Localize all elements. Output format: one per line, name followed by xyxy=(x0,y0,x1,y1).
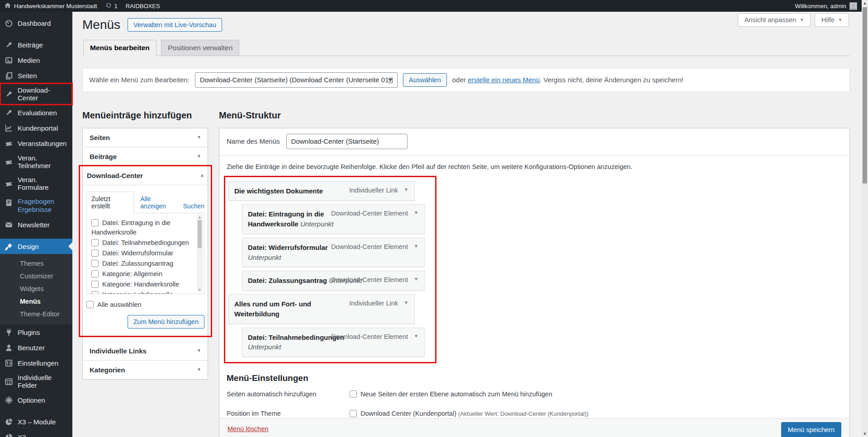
position-kundenportal-row[interactable]: Download Center (Kundenportal) (Aktuelle… xyxy=(350,409,588,418)
sidebar-item-veranstaltungen[interactable]: Veranstaltungen xyxy=(0,136,72,151)
list-item[interactable]: Datei: Teilnahmebedingungen xyxy=(91,238,194,248)
list-scrollbar[interactable]: ▲ ▼ xyxy=(197,215,203,292)
menu-select-label: Wähle ein Menü zum Bearbeiten: xyxy=(89,76,190,84)
item-options-toggle[interactable]: ▼ xyxy=(414,334,418,338)
scrollbar-thumb[interactable] xyxy=(198,220,202,248)
sidebar-item-fragebogen-ergebnisse[interactable]: Fragebogen Ergebnisse xyxy=(0,194,72,217)
page-scrollbar[interactable]: ▲ ▼ xyxy=(862,0,868,437)
menu-item-eintragung-handwerksrolle[interactable]: Datei: Eintragung in die Handwerksrolle … xyxy=(242,204,425,234)
select-all-checkbox[interactable] xyxy=(86,301,94,308)
submenu-item-widgets[interactable]: Widgets xyxy=(0,282,72,295)
auto-add-checkbox-row[interactable]: Neue Seiten der ersten Ebene automatisch… xyxy=(350,390,552,399)
checkbox[interactable] xyxy=(91,260,99,267)
save-menu-button[interactable]: Menü speichern xyxy=(781,422,841,437)
tab-positionen-verwalten[interactable]: Positionen verwalten xyxy=(161,40,239,56)
checkbox[interactable] xyxy=(91,239,99,246)
welcome-text[interactable]: Willkommen, admin xyxy=(795,3,846,9)
media-icon xyxy=(5,56,13,65)
scroll-down-icon[interactable]: ▼ xyxy=(198,287,202,292)
menu-select[interactable]: Download-Center (Startseite) (Download C… xyxy=(195,72,398,88)
sidebar-item-benutzer[interactable]: Benutzer xyxy=(0,340,72,355)
checkbox[interactable] xyxy=(91,219,99,226)
submenu-item-themes[interactable]: Themes xyxy=(0,257,72,270)
tab-menues-bearbeiten[interactable]: Menüs bearbeiten xyxy=(83,40,157,56)
chevron-down-icon xyxy=(388,79,393,81)
sidebar-item-download-center[interactable]: Download-Center xyxy=(0,83,72,105)
submenu-item-menues[interactable]: Menüs xyxy=(0,295,72,308)
menu-settings-heading: Menü-Einstellungen xyxy=(227,373,842,383)
sidebar-item-medien[interactable]: Medien xyxy=(0,52,72,68)
sidebar-item-x3[interactable]: X3 xyxy=(0,429,72,437)
checkbox[interactable] xyxy=(91,249,99,257)
sidebar-item-x3-module[interactable]: X3 – Module xyxy=(0,414,72,429)
checkbox[interactable] xyxy=(350,410,357,417)
list-item[interactable]: Datei: Widerrufsformular xyxy=(91,249,194,258)
pages-icon xyxy=(5,71,13,80)
sidebar-item-plugins[interactable]: Plugins xyxy=(0,324,72,340)
help-button[interactable]: Hilfe ▼ xyxy=(815,13,849,27)
sidebar-item-beitraege[interactable]: Beiträge xyxy=(0,37,72,52)
sidebar-item-newsletter[interactable]: Newsletter xyxy=(0,217,72,232)
checkbox[interactable] xyxy=(350,390,357,398)
menu-name-input[interactable] xyxy=(286,134,408,149)
scroll-down-icon[interactable]: ▼ xyxy=(863,431,867,437)
menu-item-zulassungsantrag[interactable]: Datei: Zulassungsantrag Unterpunkt Downl… xyxy=(242,271,425,291)
accordion-section-seiten[interactable]: Seiten ▼ xyxy=(83,128,208,147)
raidboxes-menu[interactable]: RAIDBOXES xyxy=(122,0,164,12)
sidebar-item-evaluationen[interactable]: Evaluationen xyxy=(0,105,72,120)
chevron-down-icon: ▼ xyxy=(197,348,201,353)
select-menu-button[interactable]: Auswählen xyxy=(403,73,447,87)
scrollbar-thumb[interactable] xyxy=(863,7,867,183)
sidebar-item-einstellungen[interactable]: Einstellungen xyxy=(0,355,72,371)
scroll-up-icon[interactable]: ▲ xyxy=(863,0,867,6)
sidebar-item-optionen[interactable]: Optionen xyxy=(0,392,72,408)
sidebar-item-veran-teilnehmer[interactable]: Veran. Teilnehmer xyxy=(0,151,72,173)
add-to-menu-button[interactable]: Zum Menü hinzufügen xyxy=(128,315,204,329)
update-icon xyxy=(105,2,112,10)
screen-options-button[interactable]: Ansicht anpassen ▼ xyxy=(738,13,811,27)
list-item[interactable]: Datei: Zulassungsantrag xyxy=(91,259,194,268)
accordion-section-download-center[interactable]: Download-Center ▲ xyxy=(80,166,211,185)
tab-zuletzt-erstellt[interactable]: Zuletzt erstellt xyxy=(86,192,134,213)
accordion-section-kategorien[interactable]: Kategorien ▼ xyxy=(83,360,208,379)
sidebar-item-design[interactable]: Design xyxy=(0,239,72,254)
item-options-toggle[interactable]: ▼ xyxy=(414,244,418,249)
checkbox[interactable] xyxy=(91,281,99,288)
select-all-row[interactable]: Alle auswählen xyxy=(86,300,204,310)
item-options-toggle[interactable]: ▼ xyxy=(414,210,418,215)
plug-icon xyxy=(5,328,13,337)
item-options-toggle[interactable]: ▼ xyxy=(404,300,408,305)
list-item[interactable]: Kategorie: Allgemein xyxy=(91,269,194,279)
updates-indicator[interactable]: 1 xyxy=(101,0,122,12)
item-options-toggle[interactable]: ▼ xyxy=(414,277,418,282)
menu-item-fort-und-weiterbildung[interactable]: Alles rund um Fort- und Weiterbildung In… xyxy=(228,294,415,324)
structure-instruction: Ziehe die Einträge in deine bevorzugte R… xyxy=(227,163,842,170)
menu-item-widerrufsformular[interactable]: Datei: Widerrufsformular Unterpunkt Down… xyxy=(242,238,425,268)
menu-item-teilnahmebedingungen[interactable]: Datei: Teilnahmebedingungen Unterpunkt D… xyxy=(242,328,425,357)
delete-menu-link[interactable]: Menü löschen xyxy=(228,425,268,432)
list-item[interactable]: Kategorie: Lehrlingsrolle xyxy=(91,290,194,294)
live-preview-button[interactable]: Verwalten mit Live-Vorschau xyxy=(128,18,222,32)
checkbox[interactable] xyxy=(91,291,99,294)
dashboard-icon xyxy=(5,19,13,28)
sidebar-item-seiten[interactable]: Seiten xyxy=(0,68,72,83)
submenu-item-customizer[interactable]: Customizer xyxy=(0,270,72,282)
scroll-up-icon[interactable]: ▲ xyxy=(198,215,202,220)
list-item[interactable]: Kategorie: Handwerksrolle xyxy=(91,280,194,289)
sidebar-item-kundenportal[interactable]: Kundenportal xyxy=(0,120,72,136)
sidebar-item-dashboard[interactable]: Dashboard xyxy=(0,15,72,31)
create-new-menu-link[interactable]: erstelle ein neues Menü xyxy=(468,76,540,84)
tab-suchen[interactable]: Suchen xyxy=(183,202,204,213)
menu-item-die-wichtigsten-dokumente[interactable]: Die wichtigsten Dokumente Individueller … xyxy=(228,181,415,201)
sidebar-item-individuelle-felder[interactable]: Individuelle Felder xyxy=(0,371,72,392)
list-item[interactable]: Datei: Eintragung in die Handwerksrolle xyxy=(91,218,194,237)
accordion-section-beitraege[interactable]: Beiträge ▼ xyxy=(83,147,208,166)
submenu-item-theme-editor[interactable]: Theme-Editor xyxy=(0,308,72,320)
tab-alle-anzeigen[interactable]: Alle anzeigen xyxy=(140,195,176,213)
sidebar-item-veran-formulare[interactable]: Veran. Formulare xyxy=(0,173,72,194)
avatar[interactable] xyxy=(849,2,857,10)
accordion-section-individuelle-links[interactable]: Individuelle Links ▼ xyxy=(83,342,208,360)
checkbox[interactable] xyxy=(91,270,99,277)
item-options-toggle[interactable]: ▼ xyxy=(404,187,408,192)
site-menu[interactable]: Handwerkskammer Musterstadt xyxy=(0,0,101,12)
